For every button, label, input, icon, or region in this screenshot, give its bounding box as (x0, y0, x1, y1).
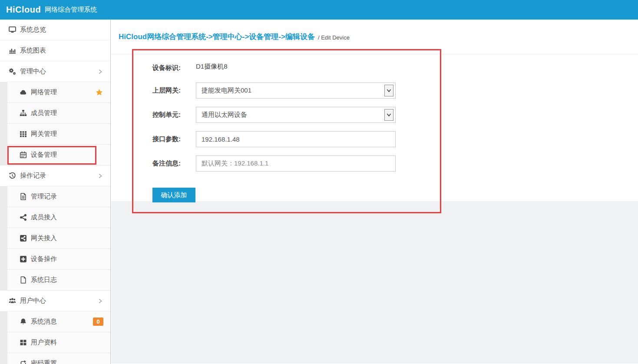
sidebar-item-label: 设备操作 (31, 255, 57, 263)
sidebar-item-label: 系统总览 (20, 26, 46, 34)
sidebar-item-system-overview[interactable]: 系统总览 (0, 20, 110, 40)
sidebar-item-label: 网络管理 (31, 88, 57, 96)
sidebar-item-label: 操作记录 (20, 172, 46, 180)
dropdown-arrow-icon[interactable] (384, 85, 393, 96)
sidebar-item-label: 管理记录 (31, 192, 57, 201)
sidebar-item-gateway-access[interactable]: 网关接入 (7, 228, 110, 249)
gateway-selected-value: 捷能发电网关001 (202, 86, 251, 95)
sidebar-item-label: 密码重置 (31, 359, 57, 364)
brand-logo: HiCloud (6, 5, 41, 15)
control-unit-label: 控制单元: (152, 111, 196, 119)
content-background (111, 201, 638, 364)
history-icon (9, 172, 16, 179)
interface-params-row: 接口参数: (152, 131, 638, 147)
sidebar-item-label: 系统图表 (20, 46, 46, 55)
admin-center-submenu: 网络管理 成员管理 网关管理 设备管理 (0, 82, 110, 165)
users-icon (9, 297, 16, 304)
sidebar-item-system-charts[interactable]: 系统图表 (0, 40, 110, 61)
op-records-submenu: 管理记录 成员接入 网关接入 设备操作 系统日志 (0, 186, 110, 291)
sidebar-item-label: 系统日志 (31, 276, 57, 284)
sidebar-item-label: 用户中心 (20, 297, 46, 305)
file-text-icon (20, 193, 27, 200)
dropdown-arrow-icon[interactable] (384, 109, 393, 121)
edit-device-form: 设备标识: D1摄像机8 上层网关: 捷能发电网关001 控制单元: 通用以太网… (111, 54, 638, 201)
bell-icon (20, 318, 27, 325)
sidebar-item-system-messages[interactable]: 系统消息 0 (7, 311, 110, 332)
sidebar-item-user-center[interactable]: 用户中心 (0, 291, 110, 311)
remark-row: 备注信息: (152, 156, 638, 172)
user-center-submenu: 系统消息 0 用户资料 密码重置 (0, 311, 110, 364)
sidebar-item-admin-records[interactable]: 管理记录 (7, 186, 110, 207)
message-count-badge: 0 (93, 318, 103, 326)
gateway-row: 上层网关: 捷能发电网关001 (152, 83, 638, 99)
sidebar-item-system-log[interactable]: 系统日志 (7, 270, 110, 291)
sidebar-item-label: 成员接入 (31, 213, 57, 222)
sidebar-item-label: 网关接入 (31, 234, 57, 242)
sidebar-item-gateway-mgmt[interactable]: 网关管理 (7, 124, 110, 145)
sitemap-icon (20, 109, 27, 117)
app-title: 网络综合管理系统 (45, 6, 97, 14)
sidebar-item-network-mgmt[interactable]: 网络管理 (7, 82, 110, 103)
sidebar-item-device-mgmt[interactable]: 设备管理 (7, 145, 110, 165)
bar-chart-icon (9, 47, 16, 54)
th-large-icon (20, 339, 27, 346)
interface-params-input[interactable] (196, 131, 396, 147)
sidebar-item-password-reset[interactable]: 密码重置 (7, 353, 110, 364)
breadcrumb-path: HiCloud网络综合管理系统->管理中心->设备管理->编辑设备 (119, 32, 315, 42)
cloud-icon (20, 89, 27, 96)
remark-label: 备注信息: (152, 159, 196, 168)
gateway-select[interactable]: 捷能发电网关001 (196, 83, 396, 99)
sidebar: 系统总览 系统图表 管理中心 网络管理 成员管理 网关管理 设备管理 操作记录 (0, 20, 111, 364)
sidebar-item-member-access[interactable]: 成员接入 (7, 207, 110, 228)
device-id-row: 设备标识: D1摄像机8 (152, 64, 638, 72)
share-icon (20, 214, 27, 221)
sidebar-item-member-mgmt[interactable]: 成员管理 (7, 103, 110, 124)
confirm-add-button[interactable]: 确认添加 (152, 188, 195, 202)
gateway-label: 上层网关: (152, 86, 196, 95)
sidebar-item-label: 设备管理 (31, 151, 57, 159)
control-unit-row: 控制单元: 通用以太网设备 (152, 107, 638, 123)
sidebar-item-user-profile[interactable]: 用户资料 (7, 332, 110, 353)
control-unit-select[interactable]: 通用以太网设备 (196, 107, 396, 123)
share-square-icon (20, 235, 27, 242)
desktop-icon (9, 26, 16, 33)
sidebar-item-device-ops[interactable]: 设备操作 (7, 249, 110, 270)
sidebar-item-op-records[interactable]: 操作记录 (0, 165, 110, 186)
remark-input[interactable] (196, 156, 396, 172)
interface-params-label: 接口参数: (152, 135, 196, 143)
sidebar-item-label: 成员管理 (31, 109, 57, 117)
exchange-arrows-icon (20, 360, 27, 364)
topbar: HiCloud 网络综合管理系统 (0, 0, 638, 20)
chevron-right-icon (97, 69, 103, 75)
calendar-icon (20, 151, 27, 159)
star-icon (96, 89, 103, 96)
breadcrumb: HiCloud网络综合管理系统->管理中心->设备管理->编辑设备 / Edit… (111, 20, 638, 54)
control-unit-selected-value: 通用以太网设备 (202, 111, 247, 119)
grid-icon (20, 130, 27, 138)
chevron-right-icon (97, 173, 103, 179)
device-id-label: 设备标识: (152, 64, 196, 72)
plus-square-icon (20, 255, 27, 263)
gears-icon (9, 68, 16, 75)
sidebar-item-label: 管理中心 (20, 67, 46, 76)
main-content: HiCloud网络综合管理系统->管理中心->设备管理->编辑设备 / Edit… (111, 20, 638, 364)
sidebar-item-admin-center[interactable]: 管理中心 (0, 61, 110, 82)
chevron-right-icon (97, 298, 103, 304)
sidebar-item-label: 网关管理 (31, 130, 57, 138)
breadcrumb-suffix: / Edit Device (318, 33, 350, 41)
file-icon (20, 276, 27, 284)
sidebar-item-label: 系统消息 (31, 318, 57, 326)
sidebar-item-label: 用户资料 (31, 338, 57, 347)
device-id-value: D1摄像机8 (196, 63, 228, 71)
